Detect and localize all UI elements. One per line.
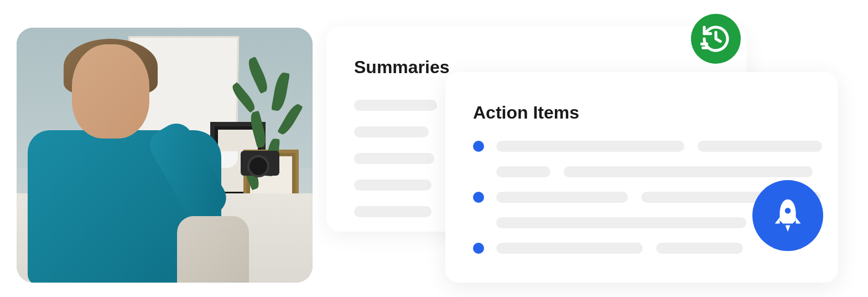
history-badge	[691, 14, 741, 64]
action-items-title: Action Items	[473, 103, 810, 123]
history-icon	[700, 23, 731, 54]
rocket-icon	[768, 196, 807, 235]
action-placeholder-line	[698, 141, 822, 152]
action-item-row	[473, 141, 810, 177]
summary-placeholder-line	[354, 126, 429, 137]
action-placeholder-line	[656, 243, 743, 254]
action-placeholder-line	[496, 166, 550, 177]
summary-placeholder-line	[354, 180, 432, 191]
action-items-card: Action Items	[445, 72, 838, 283]
action-placeholder-line	[564, 166, 813, 177]
svg-point-2	[785, 208, 791, 214]
person-photo	[17, 28, 313, 283]
bullet-icon	[473, 141, 484, 152]
summary-placeholder-line	[354, 206, 432, 217]
summary-placeholder-line	[354, 153, 434, 164]
rocket-badge[interactable]	[752, 180, 823, 251]
action-item-row	[473, 243, 810, 254]
summary-placeholder-line	[354, 100, 437, 111]
action-placeholder-line	[496, 141, 684, 152]
action-placeholder-line	[496, 217, 746, 228]
action-placeholder-line	[496, 243, 643, 254]
bullet-icon	[473, 243, 484, 254]
bullet-icon	[473, 192, 484, 203]
action-placeholder-line	[496, 192, 628, 203]
